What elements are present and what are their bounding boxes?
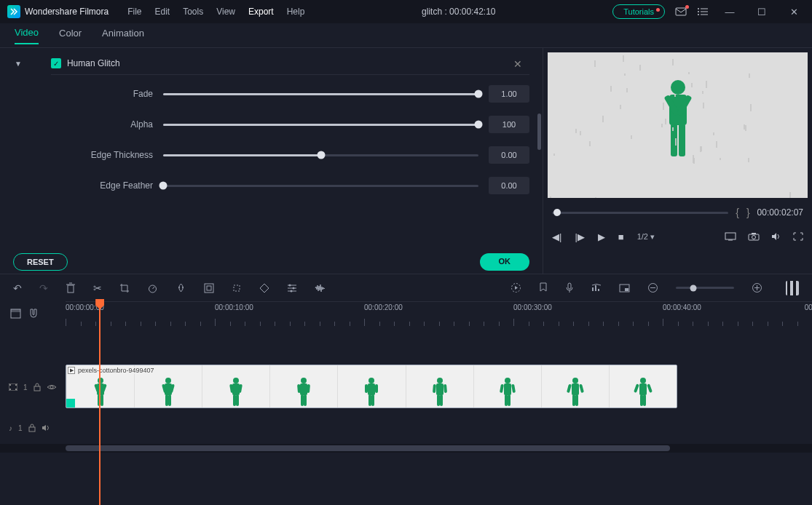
prev-frame-icon[interactable]: ◀| — [552, 231, 561, 242]
tutorials-button[interactable]: Tutorials — [612, 4, 665, 19]
effect-enable-checkbox[interactable]: ✓ — [51, 58, 61, 68]
param-label: Alpha — [51, 119, 153, 130]
clip-thumbnail — [473, 365, 541, 407]
motion-icon[interactable] — [232, 283, 242, 293]
crop-icon[interactable] — [119, 283, 130, 293]
tab-video[interactable]: Video — [15, 27, 39, 44]
menu-export[interactable]: Export — [248, 7, 274, 17]
svg-point-24 — [182, 287, 184, 288]
svg-rect-103 — [647, 383, 653, 393]
clip-play-icon[interactable]: ▶ — [68, 367, 75, 374]
svg-rect-46 — [9, 384, 11, 386]
split-icon[interactable]: ✂ — [93, 282, 102, 294]
effect-panel: ▼ ✓ Human Glitch ✕ Fade 1.00 Alpha 100 E… — [0, 48, 543, 274]
reset-button[interactable]: RESET — [13, 253, 68, 271]
mixer-icon[interactable] — [591, 283, 602, 293]
svg-rect-80 — [368, 394, 371, 406]
svg-rect-65 — [232, 383, 240, 395]
svg-rect-81 — [371, 394, 374, 406]
marker-icon[interactable] — [539, 282, 548, 293]
next-frame-icon[interactable]: |▶ — [575, 231, 584, 242]
close-button[interactable]: ✕ — [783, 7, 805, 17]
messages-icon[interactable] — [675, 7, 687, 17]
timeline-ruler[interactable]: 00:00:00:0000:00:10:0000:00:20:0000:00:3… — [66, 301, 812, 326]
minimize-button[interactable]: — — [719, 7, 741, 17]
menu-file[interactable]: File — [127, 7, 141, 17]
redo-icon[interactable]: ↷ — [39, 282, 48, 294]
effect-section-header[interactable]: ▼ ✓ Human Glitch ✕ — [51, 52, 529, 75]
playhead[interactable] — [99, 302, 100, 505]
render-button[interactable] — [786, 281, 799, 295]
param-slider[interactable] — [163, 119, 478, 130]
adjust-icon[interactable] — [287, 284, 297, 293]
menu-edit[interactable]: Edit — [155, 7, 170, 17]
pip-icon[interactable] — [619, 284, 630, 293]
magnet-icon[interactable] — [28, 309, 39, 319]
mark-in-icon[interactable]: { — [736, 207, 739, 218]
collapse-icon[interactable]: ▼ — [15, 60, 22, 68]
param-value[interactable]: 0.00 — [489, 177, 529, 194]
param-slider[interactable] — [163, 180, 478, 191]
param-value[interactable]: 1.00 — [489, 85, 529, 103]
hscroll-thumb[interactable] — [66, 445, 670, 451]
mute-icon[interactable] — [42, 424, 50, 432]
menu-view[interactable]: View — [216, 7, 235, 17]
scrub-track[interactable] — [552, 212, 728, 214]
lock-icon[interactable] — [28, 424, 36, 432]
param-value[interactable]: 0.00 — [489, 146, 529, 164]
zoom-slider[interactable] — [676, 287, 734, 289]
ok-button[interactable]: OK — [480, 253, 530, 271]
maximize-button[interactable]: ☐ — [751, 7, 773, 17]
greenscreen-icon[interactable] — [204, 283, 214, 293]
ruler-label: 00:00:20:00 — [364, 303, 403, 311]
color-icon[interactable] — [176, 283, 186, 293]
voiceover-icon[interactable] — [565, 282, 574, 293]
list-icon[interactable] — [697, 7, 709, 17]
param-value[interactable]: 100 — [489, 116, 529, 133]
tab-animation[interactable]: Animation — [102, 28, 144, 44]
undo-icon[interactable]: ↶ — [13, 282, 22, 294]
video-clip[interactable]: ▶ pexels-cottonbro-9499407 — [66, 365, 677, 408]
audio-icon[interactable] — [315, 284, 326, 293]
lock-icon[interactable] — [33, 383, 41, 391]
volume-icon[interactable] — [771, 232, 781, 241]
param-slider[interactable] — [163, 150, 478, 160]
svg-rect-63 — [168, 394, 171, 406]
slider-thumb[interactable] — [475, 121, 483, 129]
preview-viewport[interactable] — [548, 52, 808, 198]
close-icon[interactable]: ✕ — [513, 58, 522, 70]
keyframe-icon[interactable] — [259, 283, 269, 293]
stop-icon[interactable]: ■ — [618, 231, 624, 242]
menu-help[interactable]: Help — [287, 7, 305, 17]
play-icon[interactable]: ▶ — [598, 231, 605, 242]
slider-thumb[interactable] — [317, 151, 325, 159]
tab-color[interactable]: Color — [59, 28, 82, 44]
param-slider[interactable] — [163, 89, 478, 99]
preview-zoom[interactable]: 1/2 ▾ — [637, 232, 655, 242]
scrub-thumb[interactable] — [553, 209, 561, 216]
display-icon[interactable] — [725, 232, 736, 241]
slider-thumb[interactable] — [475, 90, 483, 98]
zoom-in-icon[interactable] — [752, 282, 762, 293]
delete-icon[interactable] — [66, 282, 76, 293]
mark-out-icon[interactable]: } — [746, 207, 750, 218]
track-manage-icon[interactable] — [10, 309, 21, 319]
svg-point-51 — [50, 386, 53, 389]
zoom-slider-thumb[interactable] — [690, 285, 697, 291]
svg-rect-87 — [440, 394, 443, 406]
video-track: 1 ▶ pexels-cottonbro-9499407 — [0, 362, 812, 412]
svg-rect-57 — [100, 394, 103, 406]
panel-scrollbar[interactable] — [537, 114, 541, 150]
preview-panel: { } 00:00:02:07 ◀| |▶ ▶ ■ 1/2 ▾ — [543, 48, 812, 274]
audio-track-icon: ♪ — [9, 424, 12, 432]
timeline-hscroll[interactable] — [0, 444, 812, 453]
zoom-out-icon[interactable] — [647, 282, 658, 293]
menu-tools[interactable]: Tools — [183, 7, 203, 17]
visibility-icon[interactable] — [47, 383, 57, 391]
render-preview-icon[interactable] — [511, 282, 521, 293]
fullscreen-icon[interactable] — [793, 232, 803, 241]
svg-point-3 — [698, 14, 699, 15]
speed-icon[interactable] — [147, 283, 158, 293]
snapshot-icon[interactable] — [748, 232, 760, 241]
slider-thumb[interactable] — [159, 182, 167, 190]
